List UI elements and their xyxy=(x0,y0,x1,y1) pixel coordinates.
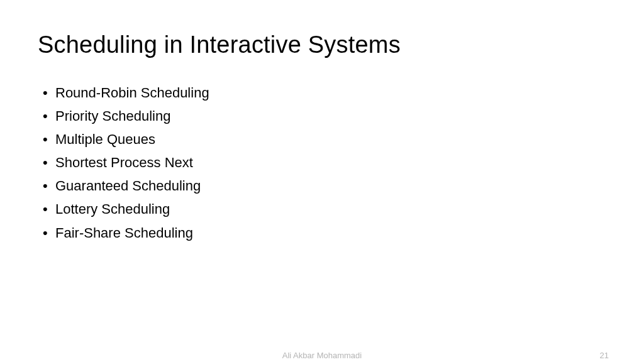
slide: Scheduling in Interactive Systems Round-… xyxy=(0,0,644,362)
list-item: Multiple Queues xyxy=(43,129,606,150)
list-item: Lottery Scheduling xyxy=(43,199,606,220)
list-item: Guaranteed Scheduling xyxy=(43,175,606,197)
footer-page-number: 21 xyxy=(600,351,609,360)
bullet-list: Round-Robin Scheduling Priority Scheduli… xyxy=(38,82,606,244)
list-item: Fair-Share Scheduling xyxy=(43,222,606,244)
list-item: Round-Robin Scheduling xyxy=(43,82,606,104)
slide-title: Scheduling in Interactive Systems xyxy=(38,31,606,58)
footer-author: Ali Akbar Mohammadi xyxy=(282,351,362,360)
list-item: Priority Scheduling xyxy=(43,106,606,127)
list-item: Shortest Process Next xyxy=(43,152,606,173)
